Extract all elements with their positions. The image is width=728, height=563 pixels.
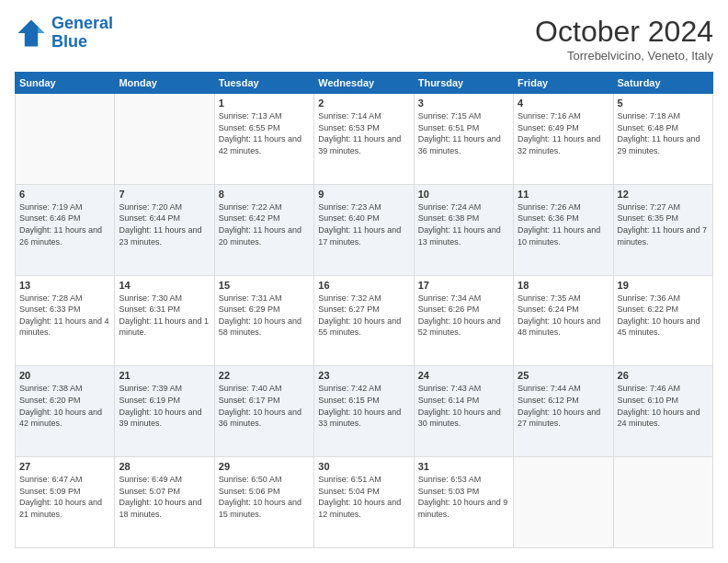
calendar-cell: 19Sunrise: 7:36 AMSunset: 6:22 PMDayligh…: [613, 275, 712, 366]
day-info: Sunrise: 6:51 AMSunset: 5:04 PMDaylight:…: [318, 474, 409, 520]
calendar-week-row: 20Sunrise: 7:38 AMSunset: 6:20 PMDayligh…: [16, 366, 713, 457]
day-number: 10: [418, 189, 509, 200]
calendar-cell: 1Sunrise: 7:13 AMSunset: 6:55 PMDaylight…: [214, 94, 313, 185]
day-info: Sunrise: 7:13 AMSunset: 6:55 PMDaylight:…: [219, 110, 310, 156]
logo-icon: [15, 17, 48, 50]
calendar-header-saturday: Saturday: [613, 73, 712, 94]
calendar-cell: 11Sunrise: 7:26 AMSunset: 6:36 PMDayligh…: [514, 184, 613, 275]
day-number: 21: [119, 370, 210, 381]
calendar-cell: 2Sunrise: 7:14 AMSunset: 6:53 PMDaylight…: [314, 94, 414, 185]
day-info: Sunrise: 7:43 AMSunset: 6:14 PMDaylight:…: [418, 383, 509, 429]
calendar-header-wednesday: Wednesday: [314, 73, 414, 94]
day-number: 9: [318, 189, 409, 200]
day-info: Sunrise: 7:22 AMSunset: 6:42 PMDaylight:…: [219, 201, 310, 247]
day-number: 29: [219, 461, 310, 472]
day-number: 25: [518, 370, 609, 381]
day-number: 12: [618, 189, 709, 200]
day-info: Sunrise: 6:49 AMSunset: 5:07 PMDaylight:…: [119, 474, 210, 520]
day-info: Sunrise: 7:24 AMSunset: 6:38 PMDaylight:…: [418, 201, 509, 247]
calendar-cell: 16Sunrise: 7:32 AMSunset: 6:27 PMDayligh…: [314, 275, 414, 366]
page: General Blue October 2024 Torrebelvicino…: [0, 0, 728, 563]
calendar-header-tuesday: Tuesday: [214, 73, 313, 94]
calendar-cell: 10Sunrise: 7:24 AMSunset: 6:38 PMDayligh…: [414, 184, 513, 275]
day-number: 30: [318, 461, 409, 472]
calendar-cell: 3Sunrise: 7:15 AMSunset: 6:51 PMDaylight…: [414, 94, 513, 185]
day-number: 7: [119, 189, 210, 200]
calendar-week-row: 6Sunrise: 7:19 AMSunset: 6:46 PMDaylight…: [16, 184, 713, 275]
day-number: 27: [19, 461, 110, 472]
subtitle: Torrebelvicino, Veneto, Italy: [535, 49, 713, 63]
day-info: Sunrise: 7:15 AMSunset: 6:51 PMDaylight:…: [418, 110, 509, 156]
day-info: Sunrise: 7:30 AMSunset: 6:31 PMDaylight:…: [119, 293, 210, 339]
svg-marker-1: [38, 27, 44, 33]
day-number: 14: [119, 280, 210, 291]
day-info: Sunrise: 6:53 AMSunset: 5:03 PMDaylight:…: [418, 474, 509, 520]
calendar-cell: 22Sunrise: 7:40 AMSunset: 6:17 PMDayligh…: [214, 366, 313, 457]
calendar-cell: 12Sunrise: 7:27 AMSunset: 6:35 PMDayligh…: [613, 184, 712, 275]
calendar-cell: 5Sunrise: 7:18 AMSunset: 6:48 PMDaylight…: [613, 94, 712, 185]
day-info: Sunrise: 7:39 AMSunset: 6:19 PMDaylight:…: [119, 383, 210, 429]
day-info: Sunrise: 6:50 AMSunset: 5:06 PMDaylight:…: [219, 474, 310, 520]
calendar-cell: 26Sunrise: 7:46 AMSunset: 6:10 PMDayligh…: [613, 366, 712, 457]
calendar-cell: 25Sunrise: 7:44 AMSunset: 6:12 PMDayligh…: [514, 366, 613, 457]
month-title: October 2024: [535, 15, 713, 49]
calendar-cell: [613, 457, 712, 548]
day-number: 20: [19, 370, 110, 381]
day-info: Sunrise: 7:14 AMSunset: 6:53 PMDaylight:…: [318, 110, 409, 156]
day-number: 5: [618, 98, 709, 109]
day-number: 1: [219, 98, 310, 109]
day-number: 8: [219, 189, 310, 200]
calendar-cell: 4Sunrise: 7:16 AMSunset: 6:49 PMDaylight…: [514, 94, 613, 185]
calendar-cell: 6Sunrise: 7:19 AMSunset: 6:46 PMDaylight…: [16, 184, 115, 275]
calendar-cell: 8Sunrise: 7:22 AMSunset: 6:42 PMDaylight…: [214, 184, 313, 275]
day-info: Sunrise: 7:26 AMSunset: 6:36 PMDaylight:…: [518, 201, 609, 247]
calendar-cell: 15Sunrise: 7:31 AMSunset: 6:29 PMDayligh…: [214, 275, 313, 366]
day-info: Sunrise: 7:16 AMSunset: 6:49 PMDaylight:…: [518, 110, 609, 156]
calendar-cell: 18Sunrise: 7:35 AMSunset: 6:24 PMDayligh…: [514, 275, 613, 366]
day-number: 31: [418, 461, 509, 472]
calendar-header-friday: Friday: [514, 73, 613, 94]
day-info: Sunrise: 7:44 AMSunset: 6:12 PMDaylight:…: [518, 383, 609, 429]
calendar-header-monday: Monday: [115, 73, 214, 94]
day-info: Sunrise: 7:38 AMSunset: 6:20 PMDaylight:…: [19, 383, 110, 429]
day-number: 22: [219, 370, 310, 381]
day-number: 3: [418, 98, 509, 109]
calendar-cell: [16, 94, 115, 185]
day-number: 6: [19, 189, 110, 200]
header: General Blue October 2024 Torrebelvicino…: [15, 15, 713, 63]
calendar-week-row: 27Sunrise: 6:47 AMSunset: 5:09 PMDayligh…: [16, 457, 713, 548]
day-number: 16: [318, 280, 409, 291]
calendar-cell: 29Sunrise: 6:50 AMSunset: 5:06 PMDayligh…: [214, 457, 313, 548]
day-number: 18: [518, 280, 609, 291]
day-number: 19: [618, 280, 709, 291]
logo-text: General Blue: [51, 15, 113, 52]
day-number: 11: [518, 189, 609, 200]
day-info: Sunrise: 6:47 AMSunset: 5:09 PMDaylight:…: [19, 474, 110, 520]
day-info: Sunrise: 7:40 AMSunset: 6:17 PMDaylight:…: [219, 383, 310, 429]
calendar-cell: [115, 94, 214, 185]
day-info: Sunrise: 7:28 AMSunset: 6:33 PMDaylight:…: [19, 293, 110, 339]
calendar-cell: 27Sunrise: 6:47 AMSunset: 5:09 PMDayligh…: [16, 457, 115, 548]
title-area: October 2024 Torrebelvicino, Veneto, Ita…: [535, 15, 713, 63]
day-info: Sunrise: 7:36 AMSunset: 6:22 PMDaylight:…: [618, 293, 709, 339]
calendar-cell: 9Sunrise: 7:23 AMSunset: 6:40 PMDaylight…: [314, 184, 414, 275]
day-info: Sunrise: 7:35 AMSunset: 6:24 PMDaylight:…: [518, 293, 609, 339]
calendar-header-sunday: Sunday: [16, 73, 115, 94]
day-number: 17: [418, 280, 509, 291]
day-info: Sunrise: 7:27 AMSunset: 6:35 PMDaylight:…: [618, 201, 709, 247]
calendar-header-thursday: Thursday: [414, 73, 513, 94]
calendar-cell: 31Sunrise: 6:53 AMSunset: 5:03 PMDayligh…: [414, 457, 513, 548]
calendar-cell: 28Sunrise: 6:49 AMSunset: 5:07 PMDayligh…: [115, 457, 214, 548]
day-info: Sunrise: 7:34 AMSunset: 6:26 PMDaylight:…: [418, 293, 509, 339]
day-info: Sunrise: 7:46 AMSunset: 6:10 PMDaylight:…: [618, 383, 709, 429]
day-number: 2: [318, 98, 409, 109]
calendar-cell: 23Sunrise: 7:42 AMSunset: 6:15 PMDayligh…: [314, 366, 414, 457]
calendar-header-row: SundayMondayTuesdayWednesdayThursdayFrid…: [16, 73, 713, 94]
day-number: 4: [518, 98, 609, 109]
calendar-cell: 7Sunrise: 7:20 AMSunset: 6:44 PMDaylight…: [115, 184, 214, 275]
day-info: Sunrise: 7:23 AMSunset: 6:40 PMDaylight:…: [318, 201, 409, 247]
day-info: Sunrise: 7:42 AMSunset: 6:15 PMDaylight:…: [318, 383, 409, 429]
calendar-cell: 17Sunrise: 7:34 AMSunset: 6:26 PMDayligh…: [414, 275, 513, 366]
logo: General Blue: [15, 15, 113, 52]
day-number: 23: [318, 370, 409, 381]
